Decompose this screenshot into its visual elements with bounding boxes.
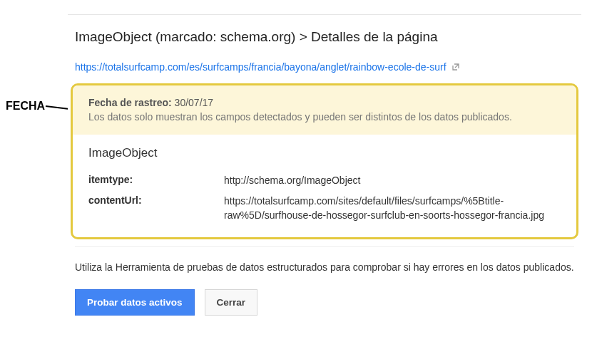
field-value: http://schema.org/ImageObject [224,174,563,188]
object-title: ImageObject [88,143,563,170]
details-panel: ImageObject (marcado: schema.org) > Deta… [68,14,581,316]
test-live-data-button[interactable]: Probar datos activos [75,289,195,316]
footer-note: Utiliza la Herramienta de pruebas de dat… [68,247,581,284]
page-url-link[interactable]: https://totalsurfcamp.com/es/surfcamps/f… [68,61,467,80]
field-key: itemtype: [88,174,224,188]
annotation-label: FECHA [6,100,45,113]
field-value: https://totalsurfcamp.com/sites/default/… [224,194,563,222]
page-url-text: https://totalsurfcamp.com/es/surfcamps/f… [75,61,446,73]
table-row: itemtype: http://schema.org/ImageObject [88,170,563,192]
crawl-date-value: 30/07/17 [175,97,214,108]
close-button[interactable]: Cerrar [205,289,258,316]
breadcrumb: ImageObject (marcado: schema.org) > Deta… [68,15,581,61]
crawl-info-banner: Fecha de rastreo: 30/07/17 Los datos sol… [73,85,576,135]
crawl-date-label: Fecha de rastreo: [88,97,172,108]
table-row: contentUrl: https://totalsurfcamp.com/si… [88,191,563,226]
field-key: contentUrl: [88,194,224,222]
external-link-icon [451,62,460,73]
crawl-note: Los datos solo muestran los campos detec… [88,111,512,123]
button-row: Probar datos activos Cerrar [68,285,581,316]
highlight-box: Fecha de rastreo: 30/07/17 Los datos sol… [71,83,578,239]
object-body: ImageObject itemtype: http://schema.org/… [73,135,576,238]
